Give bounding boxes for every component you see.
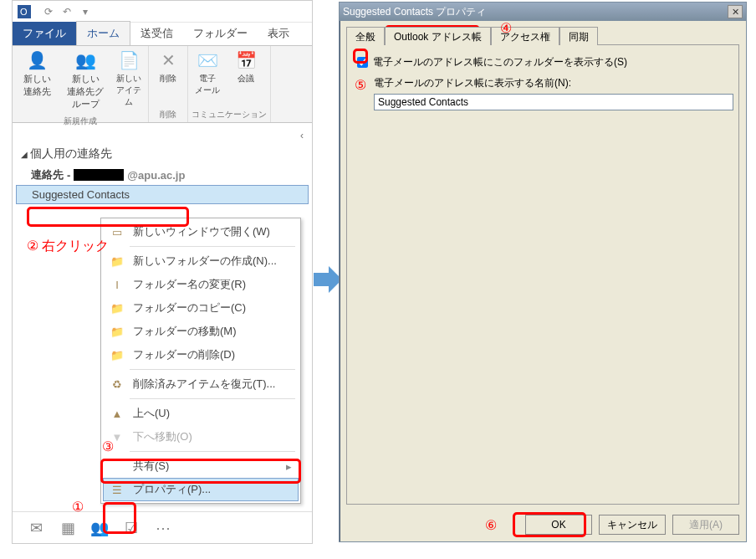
ctx-move-folder[interactable]: 📁フォルダーの移動(M)	[103, 320, 299, 343]
annot-3: ③	[102, 438, 114, 454]
properties-dialog: Suggested Contacts プロパティ ✕ 全般 Outlook アド…	[339, 2, 747, 542]
new-item-icon: 📄	[116, 49, 141, 71]
dialog-title: Suggested Contacts プロパティ	[343, 5, 486, 19]
ribbon-tabs: ファイル ホーム 送受信 フォルダー 表示	[13, 23, 312, 46]
ribbon-group-new-label: 新規作成	[13, 114, 148, 129]
mail-nav-icon[interactable]: ✉	[24, 516, 48, 540]
calendar-nav-icon[interactable]: ▦	[56, 516, 79, 540]
ribbon-group-comm-label: コミュニケーション	[188, 107, 270, 122]
delete-icon: ✕	[156, 49, 181, 71]
bottom-nav: ✉ ▦ 👥 ☑ ⋯	[13, 511, 312, 543]
qat-dropdown-icon[interactable]: ▾	[78, 4, 93, 19]
folder-move-icon: 📁	[110, 326, 125, 338]
cancel-button[interactable]: キャンセル	[599, 515, 666, 535]
annot-5: ⑤	[355, 77, 366, 93]
nav-pane: ‹ 個人用の連絡先 連絡先 - @apu.ac.jp Suggested Con…	[13, 123, 312, 209]
display-name-input[interactable]	[374, 94, 733, 110]
ctx-rename-folder[interactable]: Iフォルダー名の変更(R)	[103, 273, 299, 296]
annot-6: ⑥	[485, 517, 497, 533]
chevron-right-icon: ▸	[286, 460, 292, 473]
tab-sendrecv[interactable]: 送受信	[130, 22, 183, 45]
dialog-buttons: OK キャンセル 適用(A)	[340, 510, 746, 540]
ctx-move-up[interactable]: ▲上へ(U)	[103, 402, 299, 425]
ctx-move-down: ▼下へ移動(O)	[103, 425, 299, 449]
person-icon: 👤	[24, 49, 49, 71]
properties-icon: ☰	[110, 484, 125, 496]
ctx-restore-deleted[interactable]: ♻削除済みアイテムを復元(T)...	[103, 372, 299, 396]
ok-button[interactable]: OK	[525, 515, 592, 535]
rename-icon: I	[110, 279, 125, 291]
dialog-tabs: 全般 Outlook アドレス帳 アクセス権 同期	[346, 26, 739, 44]
apply-button[interactable]: 適用(A)	[672, 515, 739, 535]
quick-access-toolbar: O ⟳ ↶ ▾	[13, 1, 312, 23]
annot-2: ② 右クリック	[27, 238, 109, 255]
meeting-button[interactable]: 📅会議	[227, 46, 265, 107]
dlg-tab-general[interactable]: 全般	[346, 27, 385, 45]
redacted-block	[74, 169, 124, 181]
annot-4: ④	[500, 20, 512, 36]
folder-delete-icon: 📁	[110, 349, 125, 362]
annot-1: ①	[72, 499, 84, 515]
calendar-icon: 📅	[233, 49, 258, 71]
new-items-button[interactable]: 📄新しい アイテム	[110, 46, 148, 114]
arrow-icon	[314, 263, 342, 296]
email-icon: ✉️	[195, 49, 220, 71]
svg-text:O: O	[20, 7, 28, 17]
folder-new-icon: 📁	[110, 255, 125, 268]
dialog-titlebar: Suggested Contacts プロパティ ✕	[340, 3, 746, 21]
show-folder-checkbox[interactable]	[357, 57, 368, 68]
ctx-new-folder[interactable]: 📁新しいフォルダーの作成(N)...	[103, 249, 299, 273]
show-folder-label: 電子メールのアドレス帳にこのフォルダーを表示する(S)	[373, 55, 627, 69]
people-icon: 👥	[73, 49, 98, 71]
ctx-properties[interactable]: ☰プロパティ(P)...	[103, 478, 299, 501]
folder-copy-icon: 📁	[110, 302, 125, 315]
tab-file[interactable]: ファイル	[13, 22, 76, 45]
more-nav-icon[interactable]: ⋯	[151, 516, 175, 540]
window-icon: ▭	[110, 226, 125, 238]
qat-sendrecv-icon[interactable]: ⟳	[41, 4, 56, 19]
ribbon: 👤新しい 連絡先 👥新しい 連絡先グループ 📄新しい アイテム 新規作成 ✕削除…	[13, 46, 312, 123]
tab-folder[interactable]: フォルダー	[183, 22, 258, 45]
svg-marker-2	[314, 266, 342, 293]
new-contact-button[interactable]: 👤新しい 連絡先	[13, 46, 61, 114]
email-button[interactable]: ✉️電子 メール	[188, 46, 227, 107]
outlook-icon: O	[18, 5, 31, 18]
nav-header-personal[interactable]: 個人用の連絡先	[16, 143, 309, 165]
nav-collapse-icon[interactable]: ‹	[16, 128, 309, 143]
ctx-share[interactable]: 共有(S)▸	[103, 454, 299, 478]
dlg-tab-sync[interactable]: 同期	[559, 27, 598, 45]
people-nav-icon[interactable]: 👥	[88, 516, 111, 540]
ribbon-group-delete-label: 削除	[149, 107, 187, 122]
restore-icon: ♻	[110, 378, 125, 391]
dialog-close-button[interactable]: ✕	[728, 5, 743, 18]
ctx-copy-folder[interactable]: 📁フォルダーのコピー(C)	[103, 296, 299, 320]
delete-button[interactable]: ✕削除	[149, 46, 187, 107]
tab-home[interactable]: ホーム	[76, 21, 130, 45]
ctx-delete-folder[interactable]: 📁フォルダーの削除(D)	[103, 343, 299, 367]
tasks-nav-icon[interactable]: ☑	[120, 516, 143, 540]
context-menu: ▭新しいウィンドウで開く(W) 📁新しいフォルダーの作成(N)... Iフォルダ…	[100, 218, 301, 504]
nav-item-suggested-contacts[interactable]: Suggested Contacts	[16, 185, 309, 204]
ctx-open-new-window[interactable]: ▭新しいウィンドウで開く(W)	[103, 220, 299, 244]
nav-item-contacts[interactable]: 連絡先 - @apu.ac.jp	[16, 165, 309, 185]
dialog-panel: 電子メールのアドレス帳にこのフォルダーを表示する(S) 電子メールのアドレス帳に…	[346, 44, 739, 505]
dlg-tab-address-book[interactable]: Outlook アドレス帳	[385, 27, 491, 45]
new-contact-group-button[interactable]: 👥新しい 連絡先グループ	[61, 46, 110, 114]
qat-undo-icon[interactable]: ↶	[59, 4, 74, 19]
tab-view[interactable]: 表示	[258, 22, 299, 45]
display-name-label: 電子メールのアドレス帳に表示する名前(N):	[374, 76, 728, 90]
up-icon: ▲	[110, 408, 125, 420]
